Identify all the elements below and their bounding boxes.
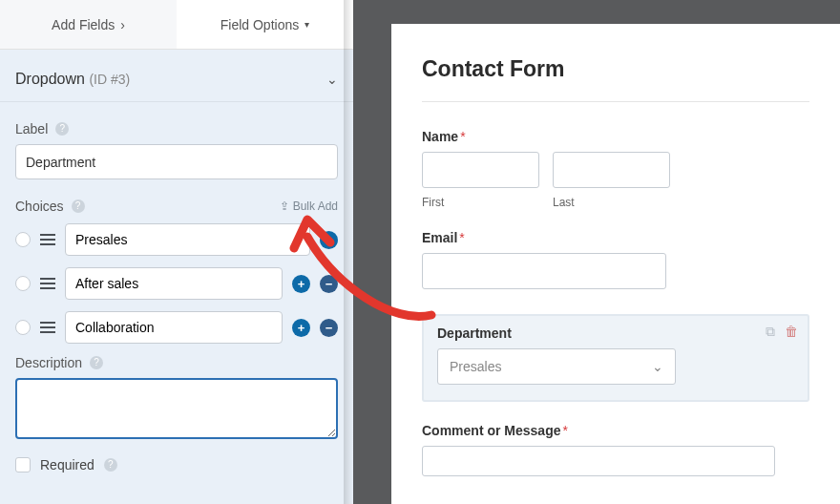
choices-heading-row: Choices ? ⇪ Bulk Add [15,199,338,214]
tab-add-fields[interactable]: Add Fields › [0,0,177,49]
field-actions: ⧉ 🗑 [766,324,798,340]
first-sublabel: First [422,196,539,209]
required-checkbox[interactable] [15,457,31,472]
tab-add-fields-label: Add Fields [52,17,115,32]
email-label: Email [422,230,457,245]
form-preview: Contact Form Name* First Last Email* ⧉ 🗑… [391,24,840,504]
panel-shadow [344,0,353,504]
label-input[interactable] [15,144,338,179]
section-header[interactable]: Dropdown (ID #3) ⌄ [0,50,353,102]
tab-field-options[interactable]: Field Options ▾ [177,0,353,49]
description-heading-row: Description ? [15,355,338,370]
add-choice-button[interactable]: + [292,275,310,293]
duplicate-icon[interactable]: ⧉ [766,324,775,340]
name-inputs [422,152,809,188]
label-heading: Label [15,121,48,136]
name-label: Name [422,129,458,144]
required-asterisk: * [460,129,465,144]
last-name-input[interactable] [553,152,670,188]
required-asterisk: * [459,230,464,245]
last-sublabel: Last [553,196,670,209]
drag-handle-icon[interactable] [40,322,55,333]
required-row: Required ? [15,457,338,472]
remove-choice-button[interactable]: − [320,275,338,293]
tabs: Add Fields › Field Options ▾ [0,0,353,50]
bulk-add-button[interactable]: ⇪ Bulk Add [280,200,338,213]
add-choice-button[interactable]: + [320,231,338,249]
required-asterisk: * [562,423,567,438]
description-textarea[interactable] [15,378,338,439]
choice-row: + − [15,267,338,300]
email-block: Email* [422,230,809,289]
drag-handle-icon[interactable] [40,234,55,245]
settings-panel: Add Fields › Field Options ▾ Dropdown (I… [0,0,353,504]
section-id: (ID #3) [89,72,130,87]
add-choice-button[interactable]: + [292,319,310,337]
email-label-row: Email* [422,230,809,245]
department-selected: Presales [450,359,501,374]
label-heading-row: Label ? [15,121,338,136]
upload-icon: ⇪ [280,200,289,213]
help-icon[interactable]: ? [90,356,103,369]
choices-heading: Choices [15,199,64,214]
description-heading: Description [15,355,82,370]
comment-block: Comment or Message* [422,423,809,479]
chevron-right-icon: › [120,17,125,32]
tab-field-options-label: Field Options [220,17,299,32]
chevron-down-icon: ▾ [304,19,309,30]
form-title: Contact Form [422,56,809,82]
department-label: Department [437,326,794,341]
drag-handle-icon[interactable] [40,278,55,289]
help-icon[interactable]: ? [104,458,117,472]
choices-heading-wrap: Choices ? [15,199,85,214]
comment-label-row: Comment or Message* [422,423,809,438]
choice-input[interactable] [65,267,283,300]
chevron-down-icon: ⌄ [652,359,663,374]
bulk-add-label: Bulk Add [293,200,338,213]
comment-textarea[interactable] [422,446,775,476]
divider [422,101,809,102]
trash-icon[interactable]: 🗑 [785,324,798,340]
department-block[interactable]: ⧉ 🗑 Department Presales ⌄ [422,314,809,402]
comment-label: Comment or Message [422,423,560,438]
choice-input[interactable] [65,223,310,256]
choice-row: + − [15,311,338,344]
default-radio[interactable] [15,276,31,291]
help-icon[interactable]: ? [72,200,85,213]
default-radio[interactable] [15,232,31,247]
name-label-row: Name* [422,129,809,144]
name-sublabels: First Last [422,192,809,209]
section-title: Dropdown (ID #3) [15,71,130,88]
section-title-text: Dropdown [15,71,85,87]
email-input[interactable] [422,253,666,289]
remove-choice-button[interactable]: − [320,319,338,337]
panel-body: Label ? Choices ? ⇪ Bulk Add + + [0,102,353,472]
default-radio[interactable] [15,320,31,335]
chevron-down-icon: ⌄ [326,72,338,87]
first-name-input[interactable] [422,152,539,188]
choice-input[interactable] [65,311,283,344]
choice-row: + [15,223,338,256]
help-icon[interactable]: ? [55,122,69,136]
required-label: Required [40,457,94,472]
department-select[interactable]: Presales ⌄ [437,348,676,385]
